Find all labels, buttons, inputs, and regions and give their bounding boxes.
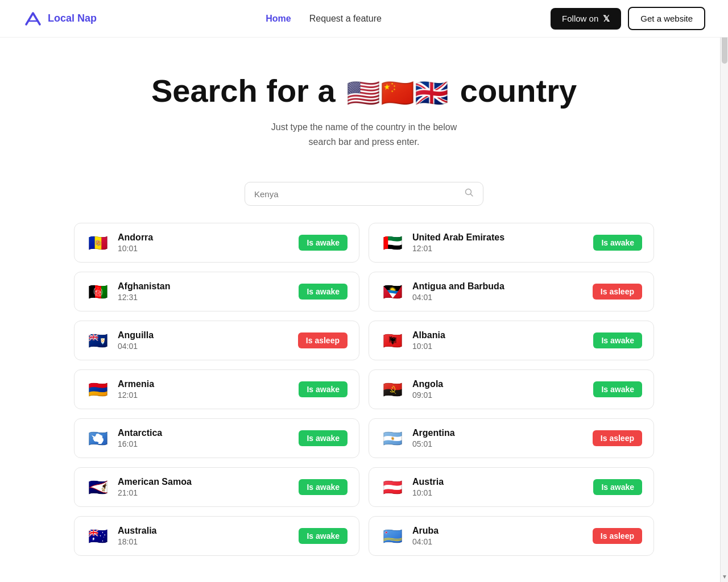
- country-flag: 🇦🇶: [86, 430, 110, 446]
- country-name: Andorra: [118, 232, 291, 243]
- country-info: Angola 09:01: [412, 379, 585, 400]
- status-badge: Is asleep: [593, 284, 642, 300]
- country-card[interactable]: 🇦🇮 Anguilla 04:01 Is asleep: [74, 321, 359, 360]
- country-info: United Arab Emirates 12:01: [412, 232, 585, 253]
- get-website-button[interactable]: Get a website: [628, 7, 705, 30]
- search-icon: [465, 188, 474, 199]
- status-badge: Is awake: [593, 381, 642, 397]
- country-time: 09:01: [412, 390, 585, 400]
- country-info: Armenia 12:01: [118, 379, 291, 400]
- country-time: 05:01: [412, 439, 585, 448]
- country-card[interactable]: 🇦🇬 Antigua and Barbuda 04:01 Is asleep: [369, 272, 654, 311]
- logo[interactable]: Local Nap: [23, 9, 97, 29]
- nav-request-feature[interactable]: Request a feature: [309, 14, 382, 24]
- country-card[interactable]: 🇦🇷 Argentina 05:01 Is asleep: [369, 418, 654, 458]
- country-flag: 🇦🇺: [86, 528, 110, 544]
- nav: Home Request a feature: [266, 14, 382, 24]
- svg-line-1: [471, 194, 473, 197]
- country-info: Andorra 10:01: [118, 232, 291, 253]
- country-flag: 🇦🇲: [86, 381, 110, 397]
- country-time: 10:01: [412, 488, 585, 497]
- country-time: 21:01: [118, 488, 291, 497]
- logo-text: Local Nap: [48, 13, 97, 24]
- follow-button[interactable]: Follow on 𝕏: [551, 8, 621, 30]
- country-time: 12:01: [118, 390, 291, 400]
- hero-flags: 🇺🇸🇨🇳🇬🇧: [346, 77, 449, 110]
- hero-title: Search for a 🇺🇸🇨🇳🇬🇧 country: [11, 72, 717, 110]
- country-flag: 🇦🇸: [86, 479, 110, 495]
- status-badge: Is asleep: [298, 332, 348, 348]
- country-flag: 🇦🇹: [380, 479, 404, 495]
- country-time: 10:01: [412, 342, 585, 351]
- country-name: United Arab Emirates: [412, 232, 585, 243]
- status-badge: Is awake: [593, 479, 642, 495]
- country-time: 04:01: [412, 537, 585, 546]
- status-badge: Is asleep: [593, 430, 642, 446]
- country-card[interactable]: 🇦🇱 Albania 10:01 Is awake: [369, 321, 654, 360]
- country-flag: 🇦🇮: [86, 332, 110, 348]
- country-time: 04:01: [118, 342, 290, 351]
- country-name: Argentina: [412, 428, 585, 438]
- scrollbar-track: ▲ ▼: [720, 0, 728, 582]
- hero-subtitle: Just type the name of the country in the…: [11, 120, 717, 149]
- country-info: American Samoa 21:01: [118, 477, 291, 497]
- country-flag: 🇦🇬: [380, 284, 404, 300]
- country-card[interactable]: 🇦🇩 Andorra 10:01 Is awake: [74, 223, 359, 263]
- country-name: Aruba: [412, 526, 585, 536]
- country-time: 04:01: [412, 293, 585, 302]
- country-card[interactable]: 🇦🇴 Angola 09:01 Is awake: [369, 369, 654, 409]
- status-badge: Is awake: [593, 332, 642, 348]
- country-info: Aruba 04:01: [412, 526, 585, 546]
- country-card[interactable]: 🇦🇲 Armenia 12:01 Is awake: [74, 369, 359, 409]
- search-box: [245, 182, 483, 206]
- country-card[interactable]: 🇦🇹 Austria 10:01 Is awake: [369, 467, 654, 507]
- status-badge: Is awake: [299, 479, 348, 495]
- country-flag: 🇦🇷: [380, 430, 404, 446]
- country-name: Afghanistan: [118, 281, 291, 292]
- country-name: Angola: [412, 379, 585, 389]
- nav-home[interactable]: Home: [266, 14, 291, 24]
- status-badge: Is awake: [593, 235, 642, 251]
- status-badge: Is awake: [299, 235, 348, 251]
- country-info: Afghanistan 12:31: [118, 281, 291, 302]
- country-info: Australia 18:01: [118, 526, 291, 546]
- country-flag: 🇦🇴: [380, 381, 404, 397]
- country-name: American Samoa: [118, 477, 291, 487]
- status-badge: Is awake: [299, 528, 348, 544]
- country-info: Albania 10:01: [412, 330, 585, 351]
- country-name: Austria: [412, 477, 585, 487]
- country-time: 12:01: [412, 244, 585, 253]
- search-container: [0, 166, 728, 217]
- country-time: 10:01: [118, 244, 291, 253]
- status-badge: Is awake: [299, 284, 348, 300]
- country-name: Antarctica: [118, 428, 291, 438]
- country-name: Antigua and Barbuda: [412, 281, 585, 292]
- search-input[interactable]: [254, 189, 465, 199]
- country-flag: 🇦🇱: [380, 332, 404, 348]
- header-actions: Follow on 𝕏 Get a website: [551, 7, 705, 30]
- country-flag: 🇦🇪: [380, 235, 404, 251]
- country-grid: 🇦🇩 Andorra 10:01 Is awake 🇦🇪 United Arab…: [63, 223, 665, 579]
- status-badge: Is asleep: [593, 528, 642, 544]
- country-card[interactable]: 🇦🇺 Australia 18:01 Is awake: [74, 516, 359, 556]
- country-info: Antigua and Barbuda 04:01: [412, 281, 585, 302]
- country-flag: 🇦🇫: [86, 284, 110, 300]
- country-name: Armenia: [118, 379, 291, 389]
- x-icon: 𝕏: [603, 14, 610, 24]
- country-time: 12:31: [118, 293, 291, 302]
- status-badge: Is awake: [299, 381, 348, 397]
- country-info: Argentina 05:01: [412, 428, 585, 448]
- country-card[interactable]: 🇦🇶 Antarctica 16:01 Is awake: [74, 418, 359, 458]
- country-card[interactable]: 🇦🇪 United Arab Emirates 12:01 Is awake: [369, 223, 654, 263]
- country-time: 16:01: [118, 439, 291, 448]
- country-card[interactable]: 🇦🇼 Aruba 04:01 Is asleep: [369, 516, 654, 556]
- country-card[interactable]: 🇦🇫 Afghanistan 12:31 Is awake: [74, 272, 359, 311]
- country-info: Antarctica 16:01: [118, 428, 291, 448]
- country-card[interactable]: 🇦🇸 American Samoa 21:01 Is awake: [74, 467, 359, 507]
- scroll-down-arrow[interactable]: ▼: [721, 571, 728, 582]
- country-name: Anguilla: [118, 330, 290, 340]
- header: Local Nap Home Request a feature Follow …: [0, 0, 728, 38]
- country-flag: 🇦🇼: [380, 528, 404, 544]
- logo-icon: [23, 9, 43, 29]
- country-info: Anguilla 04:01: [118, 330, 290, 351]
